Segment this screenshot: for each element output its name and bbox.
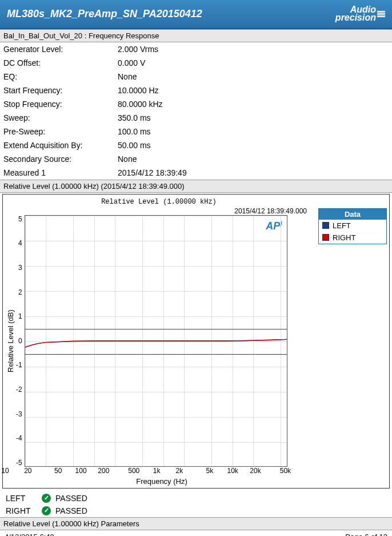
legend-item: RIGHT [319, 232, 386, 244]
param-value: 80.0000 kHz [118, 100, 389, 109]
param-row: EQ:None [0, 70, 392, 84]
chart-timestamp: 2015/4/12 18:39:49.000 [5, 207, 313, 215]
param-value: None [118, 72, 389, 81]
param-label: Start Frequency: [3, 86, 118, 95]
result-status: PASSED [55, 506, 87, 515]
param-row: Measured 12015/4/12 18:39:49 [0, 166, 392, 180]
param-label: Secondary Source: [3, 154, 118, 164]
x-axis-ticks: 1020501002005001k2k5k10k20k50k [5, 467, 293, 476]
chart-container: Relative Level (1.00000 kHz) 2015/4/12 1… [2, 194, 390, 489]
section-title-chart: Relative Level (1.00000 kHz) (2015/4/12 … [0, 180, 392, 193]
param-value: 2015/4/12 18:39:49 [118, 168, 389, 177]
section-title-measurement: Bal_In_Bal_Out_Vol_20 : Frequency Respon… [0, 29, 392, 42]
param-label: DC Offset: [3, 58, 118, 68]
y-axis-ticks: 543210-1-2-3-4-5 [16, 215, 25, 467]
legend: Data LEFTRIGHT [318, 208, 387, 244]
param-value: 0.000 V [118, 58, 389, 68]
param-row: Pre-Sweep:100.0 ms [0, 125, 392, 138]
param-label: Pre-Sweep: [3, 127, 118, 136]
param-label: Stop Frequency: [3, 100, 118, 109]
audio-precision-logo: Audio precision [335, 6, 385, 22]
check-icon: ✓ [42, 506, 51, 515]
legend-swatch-icon [322, 222, 329, 229]
param-value: 10.0000 Hz [118, 86, 389, 95]
param-row: Extend Acquisition By:50.00 ms [0, 138, 392, 152]
logo-bars-icon [377, 11, 385, 17]
chart-title: Relative Level (1.00000 kHz) [5, 197, 313, 207]
plot-area: AP) [25, 215, 287, 467]
param-label: Extend Acquisition By: [3, 141, 118, 150]
footer-datetime: 4/12/2015 6:40 [5, 533, 54, 536]
x-axis-label: Frequency (Hz) [5, 476, 293, 486]
parameter-list: Generator Level:2.000 VrmsDC Offset:0.00… [0, 42, 392, 180]
check-icon: ✓ [42, 494, 51, 503]
param-row: Secondary Source:None [0, 152, 392, 166]
result-status: PASSED [55, 494, 87, 503]
header-bar: ML380s_MK2_PreAmp_SN_PA20150412 Audio pr… [0, 0, 392, 29]
param-value: 100.0 ms [118, 127, 389, 136]
param-value: 50.00 ms [118, 141, 389, 150]
legend-swatch-icon [322, 234, 329, 241]
section-title-params: Relative Level (1.00000 kHz) Parameters [0, 517, 392, 530]
y-axis-label: Relative Level (dB) [5, 215, 16, 467]
result-row: RIGHT✓PASSED [0, 505, 392, 517]
param-value: 350.0 ms [118, 113, 389, 122]
footer-page: Page 6 of 13 [345, 533, 387, 536]
legend-header: Data [319, 209, 386, 220]
result-channel: LEFT [6, 494, 37, 503]
report-title: ML380s_MK2_PreAmp_SN_PA20150412 [7, 8, 202, 20]
param-label: Generator Level: [3, 45, 118, 54]
param-row: DC Offset:0.000 V [0, 56, 392, 70]
param-row: Start Frequency:10.0000 Hz [0, 84, 392, 97]
param-value: None [118, 154, 389, 164]
param-row: Sweep:350.0 ms [0, 111, 392, 125]
param-label: Sweep: [3, 113, 118, 122]
result-row: LEFT✓PASSED [0, 492, 392, 505]
param-row: Stop Frequency:80.0000 kHz [0, 97, 392, 111]
param-label: EQ: [3, 72, 118, 81]
param-value: 2.000 Vrms [118, 45, 389, 54]
page-footer: 4/12/2015 6:40 Page 6 of 13 [0, 530, 392, 536]
param-label: Measured 1 [3, 168, 118, 177]
param-row: Generator Level:2.000 Vrms [0, 42, 392, 56]
legend-item: LEFT [319, 220, 386, 232]
result-channel: RIGHT [6, 506, 37, 515]
